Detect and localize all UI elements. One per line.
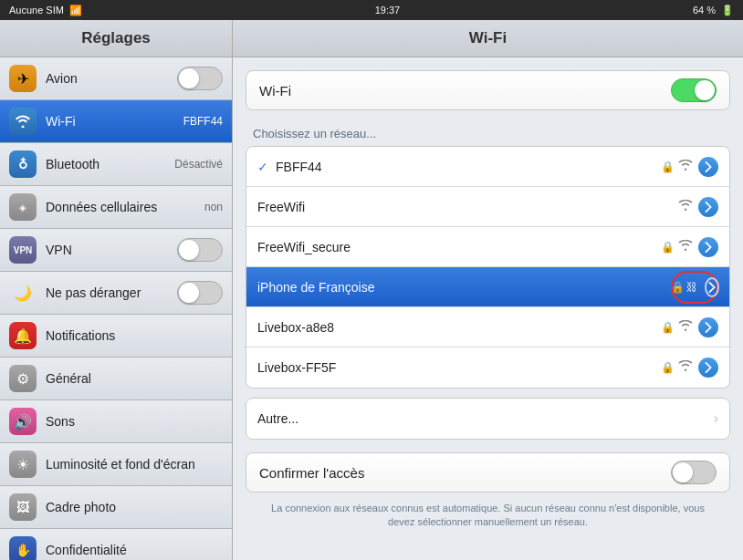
lock-icon-iPhone_Francoise: 🔒 [671,281,685,294]
choose-network-label: Choisissez un réseau... [246,123,730,146]
lock-icon-FBFF44: 🔒 [661,161,675,173]
dnd-toggle[interactable] [177,281,223,305]
wifi-main-section: Wi-Fi [246,70,730,110]
network-name-iPhone_Francoise: iPhone de Françoise [257,280,671,295]
network-row-FreeWifi[interactable]: FreeWifi [246,187,729,227]
detail-button-Livebox-FF5F[interactable] [698,358,718,378]
chain-icon-iPhone_Francoise: ⛓ [686,281,697,294]
autre-row[interactable]: Autre... › [246,399,729,439]
sidebar-item-wifi[interactable]: Wi-Fi FBFF44 [0,100,232,143]
wifi-signal-icon-Livebox-a8e8 [678,320,693,335]
sidebar-label-brightness: Luminosité et fond d'écran [46,457,223,472]
wifi-main-toggle[interactable] [671,78,717,102]
status-left: Aucune SIM 📶 [9,5,82,16]
bluetooth-icon: ♁ [9,150,37,178]
network-icons-FBFF44: 🔒 [661,160,693,174]
detail-button-iPhone_Francoise[interactable] [705,277,719,297]
confirm-toggle[interactable] [671,461,717,484]
sidebar-item-avion[interactable]: ✈ Avion [0,57,232,100]
sidebar-title: Réglages [0,20,232,57]
sidebar-label-wifi: Wi-Fi [46,114,183,129]
confirm-row[interactable]: Confirmer l'accès [246,452,730,493]
sidebar-item-notifications[interactable]: 🔔 Notifications [0,315,232,358]
wifi-signal-icon-Livebox-FF5F [678,360,693,375]
sidebar-item-vpn[interactable]: VPN VPN [0,229,232,272]
sidebar-label-notifications: Notifications [46,328,223,343]
network-name-Livebox-a8e8: Livebox-a8e8 [257,320,661,335]
sidebar-label-sounds: Sons [46,414,223,429]
network-name-FreeWifi_secure: FreeWifi_secure [257,240,661,254]
vpn-icon: VPN [9,236,37,264]
brightness-icon: ☀ [9,451,37,478]
plane-icon: ✈ [9,65,37,92]
network-name-Livebox-FF5F: Livebox-FF5F [257,360,661,375]
detail-button-FreeWifi_secure[interactable] [698,237,718,257]
network-row-FreeWifi_secure[interactable]: FreeWifi_secure 🔒 [246,227,729,267]
network-icons-Livebox-FF5F: 🔒 [661,360,693,375]
sidebar-label-avion: Avion [46,71,177,86]
avion-toggle[interactable] [177,67,223,90]
sidebar-label-bt: Bluetooth [46,157,174,171]
sidebar-label-privacy: Confidentialité [46,543,223,557]
sidebar-label-photo: Cadre photo [46,500,223,514]
wifi-sidebar-icon [9,108,37,135]
confirm-label: Confirmer l'accès [259,465,671,481]
network-row-iPhone_Francoise[interactable]: iPhone de Françoise 🔒 ⛓ [246,267,729,307]
sounds-icon: 🔊 [9,408,37,435]
wifi-status-icon: 📶 [69,5,82,16]
network-name-FBFF44: FBFF44 [276,160,661,174]
main-layout: Réglages ✈ Avion Wi-Fi FBFF44 ♁ Bluetoot… [0,20,743,560]
sidebar-label-cellular: Données cellulaires [46,200,204,214]
privacy-icon: ✋ [9,536,37,560]
sidebar-item-brightness[interactable]: ☀ Luminosité et fond d'écran [0,443,232,486]
sidebar-item-bluetooth[interactable]: ♁ Bluetooth Désactivé [0,143,232,186]
network-section: Choisissez un réseau... ✓ FBFF44 🔒 [246,123,730,440]
sidebar-item-dnd[interactable]: 🌙 Ne pas déranger [0,272,232,315]
network-row-FBFF44[interactable]: ✓ FBFF44 🔒 [246,147,729,187]
sidebar-item-sounds[interactable]: 🔊 Sons [0,400,232,443]
general-icon: ⚙ [9,365,37,392]
status-right: 64 % 🔋 [693,5,734,16]
chevron-icon-autre: › [714,410,718,427]
network-list: ✓ FBFF44 🔒 [246,146,730,389]
battery-icon: 🔋 [721,5,734,16]
network-row-Livebox-a8e8[interactable]: Livebox-a8e8 🔒 [246,307,729,347]
notifications-icon: 🔔 [9,322,37,349]
sidebar-item-general[interactable]: ⚙ Général [0,358,232,400]
sidebar-sub-cellular: non [204,201,223,213]
autre-label: Autre... [257,411,714,426]
help-text: La connexion aux réseaux connus est auto… [246,502,730,530]
sidebar-label-general: Général [46,371,223,386]
network-icons-Livebox-a8e8: 🔒 [661,320,693,335]
autre-section: Autre... › [246,398,730,440]
vpn-toggle[interactable] [177,238,223,262]
detail-button-Livebox-a8e8[interactable] [698,317,718,337]
carrier-label: Aucune SIM [9,5,64,16]
highlight-circle: 🔒 ⛓ [671,271,718,304]
sidebar-item-photo[interactable]: 🖼 Cadre photo [0,486,232,529]
network-icons-FreeWifi [678,200,693,214]
status-bar: Aucune SIM 📶 19:37 64 % 🔋 [0,0,743,20]
sidebar-sub-bt: Désactivé [174,158,223,171]
lock-icon-Livebox-FF5F: 🔒 [661,361,675,374]
network-name-FreeWifi: FreeWifi [257,200,678,214]
dnd-icon: 🌙 [9,279,37,306]
lock-icon-Livebox-a8e8: 🔒 [661,321,675,334]
wifi-signal-icon-FreeWifi_secure [678,240,693,254]
checkmark-icon: ✓ [257,160,268,174]
wifi-signal-icon-FBFF44 [678,160,693,174]
sidebar-label-dnd: Ne pas déranger [46,285,177,300]
sidebar-item-cellular[interactable]: ◈ Données cellulaires non [0,186,232,229]
network-row-Livebox-FF5F[interactable]: Livebox-FF5F 🔒 [246,347,729,388]
wifi-toggle-row[interactable]: Wi-Fi [246,70,730,110]
content-area: Wi-Fi Wi-Fi Choisissez un réseau... ✓ FB… [233,20,743,560]
sidebar: Réglages ✈ Avion Wi-Fi FBFF44 ♁ Bluetoot… [0,20,233,560]
content-title: Wi-Fi [233,20,743,57]
detail-button-FBFF44[interactable] [698,157,718,177]
detail-button-FreeWifi[interactable] [698,197,718,217]
sidebar-label-vpn: VPN [46,243,177,257]
sidebar-item-privacy[interactable]: ✋ Confidentialité [0,529,232,560]
photo-icon: 🖼 [9,493,37,521]
confirm-section: Confirmer l'accès La connexion aux résea… [246,452,730,530]
cellular-icon: ◈ [9,193,37,221]
